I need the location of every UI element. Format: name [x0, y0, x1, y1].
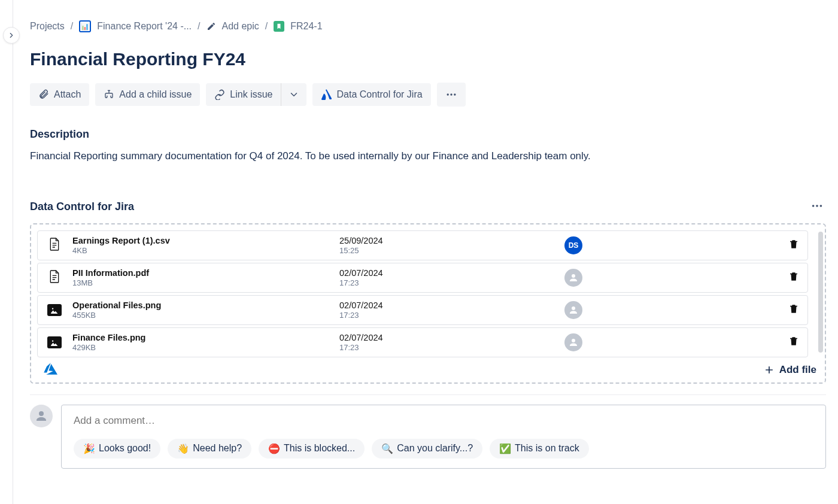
issue-toolbar: Attach Add a child issue Link issue Data… [30, 83, 826, 107]
reaction-chip[interactable]: ✅This is on track [490, 439, 589, 459]
file-date: 02/07/2024 [339, 300, 555, 310]
reaction-emoji: ✅ [499, 443, 511, 454]
reaction-emoji: ⛔ [268, 443, 280, 454]
file-row[interactable]: Operational Files.png 455KB 02/07/2024 1… [37, 295, 808, 325]
breadcrumb-separator: / [71, 21, 73, 32]
add-child-issue-button[interactable]: Add a child issue [95, 83, 200, 106]
atlassian-icon [321, 89, 332, 100]
breadcrumb-projects[interactable]: Projects [30, 21, 65, 32]
section-divider [30, 394, 826, 395]
file-time: 17:23 [339, 311, 555, 320]
file-time: 17:23 [339, 278, 555, 287]
reaction-chip[interactable]: 🔍Can you clarify...? [372, 439, 482, 459]
file-size: 455KB [72, 311, 330, 320]
more-horizontal-icon [445, 89, 457, 101]
file-delete-button[interactable] [788, 303, 799, 317]
data-control-more-button[interactable] [808, 197, 826, 217]
svg-point-0 [447, 93, 448, 95]
comment-box[interactable]: 🎉Looks good!👋Need help?⛔This is blocked.… [61, 405, 826, 469]
user-avatar-blank [564, 301, 582, 319]
left-rail [0, 0, 13, 504]
pencil-icon [207, 22, 216, 31]
breadcrumb-project-name[interactable]: Finance Report '24 -... [97, 21, 192, 32]
reaction-label: Can you clarify...? [397, 443, 473, 454]
reaction-emoji: 🎉 [83, 443, 95, 454]
scrollbar[interactable] [818, 232, 823, 353]
file-image-icon [47, 336, 62, 348]
file-delete-button[interactable] [788, 271, 799, 284]
svg-point-7 [52, 340, 53, 341]
quick-reactions: 🎉Looks good!👋Need help?⛔This is blocked.… [74, 439, 813, 459]
reaction-emoji: 🔍 [381, 443, 393, 454]
svg-point-5 [820, 205, 822, 207]
breadcrumb-separator: / [198, 21, 200, 32]
file-row[interactable]: Finance Files.png 429KB 02/07/2024 17:23 [37, 327, 808, 357]
add-file-button[interactable]: Add file [764, 364, 816, 376]
file-time: 17:23 [339, 343, 555, 352]
reaction-chip[interactable]: 👋Need help? [168, 439, 251, 459]
file-date: 02/07/2024 [339, 268, 555, 278]
attach-button[interactable]: Attach [30, 83, 89, 106]
description-body[interactable]: Financial Reporting summary documentatio… [30, 149, 826, 163]
reaction-label: Need help? [193, 443, 242, 454]
svg-point-1 [450, 93, 452, 95]
user-avatar-blank [564, 333, 582, 351]
reaction-chip[interactable]: 🎉Looks good! [74, 439, 160, 459]
description-heading: Description [30, 128, 826, 141]
chevron-down-icon [289, 89, 299, 100]
link-issue-dropdown[interactable] [281, 83, 306, 106]
link-icon [214, 89, 225, 100]
sidebar-expand-button[interactable] [3, 27, 20, 44]
breadcrumb-issue-key[interactable]: FR24-1 [290, 21, 322, 32]
user-avatar-blank [564, 269, 582, 287]
file-row[interactable]: Earnings Report (1).csv 4KB 25/09/2024 1… [37, 230, 808, 260]
breadcrumb: Projects / 📊 Finance Report '24 -... / A… [30, 20, 826, 32]
azure-icon [42, 361, 57, 379]
comment-input[interactable] [74, 415, 813, 427]
file-size: 13MB [72, 278, 330, 287]
issue-title[interactable]: Financial Reporting FY24 [30, 49, 826, 69]
add-file-label: Add file [779, 364, 816, 376]
attach-label: Attach [54, 89, 81, 100]
project-icon: 📊 [79, 20, 91, 32]
file-document-icon [48, 237, 60, 254]
user-avatar-initials: DS [564, 236, 582, 254]
svg-point-2 [454, 93, 456, 95]
svg-point-3 [812, 205, 815, 207]
data-control-dropzone[interactable]: Earnings Report (1).csv 4KB 25/09/2024 1… [30, 223, 826, 384]
reaction-emoji: 👋 [177, 443, 189, 454]
file-name: Earnings Report (1).csv [72, 236, 330, 245]
data-control-heading: Data Control for Jira [30, 201, 134, 213]
link-issue-split-button: Link issue [206, 83, 306, 106]
file-delete-button[interactable] [788, 336, 799, 349]
current-user-avatar [30, 405, 53, 427]
add-child-label: Add a child issue [119, 89, 192, 100]
file-list: Earnings Report (1).csv 4KB 25/09/2024 1… [37, 230, 808, 357]
reaction-label: This is blocked... [284, 443, 355, 454]
data-control-label: Data Control for Jira [336, 89, 422, 100]
comment-section: 🎉Looks good!👋Need help?⛔This is blocked.… [30, 405, 826, 469]
breadcrumb-separator: / [265, 21, 268, 32]
reaction-label: Looks good! [99, 443, 151, 454]
link-issue-label: Link issue [230, 89, 272, 100]
svg-point-4 [816, 205, 818, 207]
more-actions-button[interactable] [437, 83, 466, 107]
reaction-chip[interactable]: ⛔This is blocked... [259, 439, 365, 459]
plus-icon [764, 365, 775, 375]
file-date: 02/07/2024 [339, 333, 555, 342]
more-horizontal-icon [810, 199, 824, 212]
reaction-label: This is on track [515, 443, 579, 454]
svg-point-6 [52, 308, 53, 309]
breadcrumb-add-epic[interactable]: Add epic [222, 21, 259, 32]
link-issue-button[interactable]: Link issue [206, 83, 281, 106]
file-row[interactable]: PII Information.pdf 13MB 02/07/2024 17:2… [37, 263, 808, 293]
data-control-button[interactable]: Data Control for Jira [312, 83, 430, 106]
story-icon [274, 21, 284, 32]
file-name: Operational Files.png [72, 300, 330, 310]
file-document-icon [48, 269, 60, 286]
file-delete-button[interactable] [788, 239, 799, 252]
child-issue-icon [104, 89, 114, 100]
file-size: 4KB [72, 246, 330, 255]
paperclip-icon [38, 89, 49, 100]
file-name: PII Information.pdf [72, 268, 330, 278]
